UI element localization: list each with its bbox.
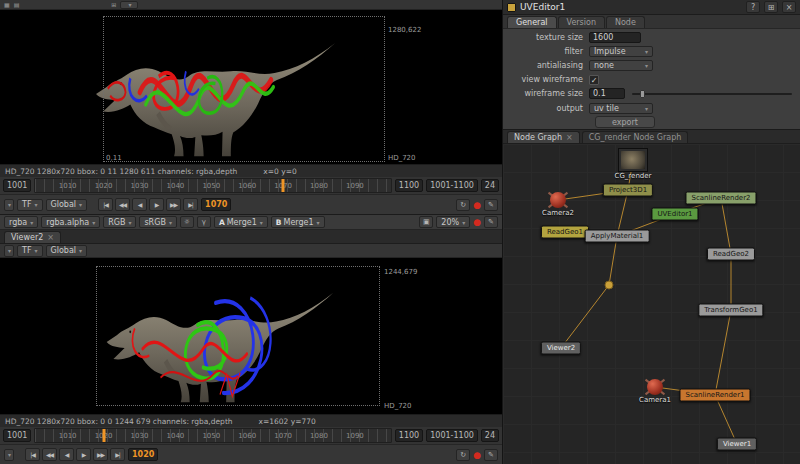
loop-mode-button[interactable]: ↻ xyxy=(456,199,470,211)
export-button[interactable]: export xyxy=(595,116,655,128)
timeline-mode-dropdown[interactable]: TF xyxy=(17,245,43,257)
node-project3d[interactable]: Project3D1 xyxy=(603,184,653,197)
tab-viewer2[interactable]: Viewer2 × xyxy=(4,231,61,243)
output-dropdown[interactable]: uv tile xyxy=(589,103,653,114)
buffer-a-dropdown[interactable]: AMerge1 xyxy=(214,216,268,228)
annotate-pencil-button[interactable]: ✎ xyxy=(484,199,498,211)
goto-start-button[interactable]: |◀ xyxy=(25,448,40,461)
node-color-swatch[interactable] xyxy=(507,3,516,12)
play-backward-button[interactable]: ◀◀ xyxy=(42,448,57,461)
playhead-marker[interactable] xyxy=(282,179,285,192)
node-camera2[interactable]: Camera2 xyxy=(550,192,566,208)
range-scope-dropdown[interactable]: Global xyxy=(46,199,88,211)
bbox-size-label: 1244,679 xyxy=(384,268,417,276)
layout-icon[interactable]: ▤ xyxy=(14,1,20,9)
node-scanline2[interactable]: ScanlineRender2 xyxy=(685,192,756,205)
status-info: HD_720 1280x720 bbox: 0 11 1280 611 chan… xyxy=(5,167,237,176)
antialiasing-dropdown[interactable]: none xyxy=(589,60,653,71)
step-forward-button[interactable]: ▶ xyxy=(149,198,164,211)
layer-dropdown[interactable]: rgba xyxy=(4,216,38,228)
view-wireframe-checkbox[interactable]: ✓ xyxy=(589,75,599,85)
play-forward-button[interactable]: ▶▶ xyxy=(166,198,181,211)
play-backward-button[interactable]: ◀◀ xyxy=(115,198,130,211)
float-panel-button[interactable]: ⊞ xyxy=(764,1,778,13)
frame-increment-dropdown[interactable] xyxy=(4,199,14,211)
node-readgeo2[interactable]: ReadGeo2 xyxy=(707,248,755,261)
output-row: output uv tile xyxy=(503,102,800,115)
goto-end-button[interactable]: ▶| xyxy=(110,448,125,461)
timeline-tick-label: 1010 xyxy=(59,182,77,190)
annotate-pencil-button[interactable]: ✎ xyxy=(484,449,498,461)
frame-slider[interactable]: 101010201030104010501060107010801090 xyxy=(34,178,391,193)
record-dot-icon[interactable]: ● xyxy=(473,199,481,211)
node-viewer2[interactable]: Viewer2 xyxy=(541,342,581,355)
tab-node-graph[interactable]: Node Graph × xyxy=(507,131,580,143)
playhead-marker[interactable] xyxy=(102,429,105,442)
step-back-button[interactable]: ◀ xyxy=(59,448,74,461)
timeline-mode-dropdown[interactable]: TF xyxy=(17,199,43,211)
current-frame-input[interactable]: 1070 xyxy=(201,198,231,211)
node-scanline1[interactable]: ScanlineRender1 xyxy=(679,389,750,402)
slider-handle[interactable] xyxy=(640,90,645,98)
gamma-icon[interactable]: γ xyxy=(197,216,211,228)
range-scope-dropdown[interactable]: Global xyxy=(46,245,88,257)
fps-input[interactable]: 24 xyxy=(481,429,499,442)
range-start-input[interactable]: 1001 xyxy=(3,429,31,442)
node-viewer1[interactable]: Viewer1 xyxy=(717,438,757,451)
viewer-layout-dropdown[interactable] xyxy=(120,1,138,9)
node-cg_render[interactable]: CG_render xyxy=(618,148,648,172)
viewer2-canvas[interactable]: 1244,679 HD_720 xyxy=(0,258,502,414)
tab-label: Node Graph xyxy=(514,133,562,142)
playback-range-input[interactable]: 1001-1100 xyxy=(426,179,478,192)
node-readgeo1[interactable]: ReadGeo1 xyxy=(541,226,589,239)
step-back-button[interactable]: ◀ xyxy=(132,198,147,211)
node-camera1[interactable]: Camera1 xyxy=(647,379,663,395)
expand-icon[interactable]: ⊞ xyxy=(111,1,116,9)
step-forward-button[interactable]: ▶ xyxy=(76,448,91,461)
frame-increment-dropdown[interactable] xyxy=(4,449,14,461)
current-frame-input[interactable]: 1020 xyxy=(128,448,158,461)
record-dot-icon[interactable]: ● xyxy=(473,449,481,461)
bbox-outline xyxy=(103,16,385,162)
gain-icon[interactable]: ☼ xyxy=(180,216,194,228)
play-forward-button[interactable]: ▶▶ xyxy=(93,448,108,461)
goto-end-button[interactable]: ▶| xyxy=(183,198,198,211)
loop-mode-button[interactable]: ↻ xyxy=(456,449,470,461)
range-end-input[interactable]: 1100 xyxy=(395,429,423,442)
zoom-dropdown[interactable]: 20% xyxy=(436,216,470,228)
wireframe-size-slider[interactable] xyxy=(632,93,792,95)
range-end-input[interactable]: 1100 xyxy=(395,179,423,192)
close-tab-icon[interactable]: × xyxy=(566,134,573,142)
tab-version[interactable]: Version xyxy=(558,16,605,28)
viewer-lut-dropdown[interactable]: sRGB xyxy=(139,216,176,228)
alpha-channel-dropdown[interactable]: rgba.alpha xyxy=(41,216,100,228)
viewer1-canvas[interactable]: 1280,622 0,11 HD_720 xyxy=(0,10,502,164)
frame-slider[interactable]: 101010201030104010501060107010801090 xyxy=(34,428,391,443)
help-button[interactable]: ? xyxy=(746,1,760,13)
filter-dropdown[interactable]: Impulse xyxy=(589,46,653,57)
node-applymat[interactable]: ApplyMaterial1 xyxy=(585,230,650,243)
node-dot1[interactable] xyxy=(605,281,614,290)
buffer-b-dropdown[interactable]: BMerge1 xyxy=(271,216,325,228)
tab-cg-render-node-graph[interactable]: CG_render Node Graph xyxy=(582,131,689,143)
tab-general[interactable]: General xyxy=(507,16,557,28)
display-channels-dropdown[interactable]: RGB xyxy=(103,216,136,228)
annotate-pencil-button[interactable]: ✎ xyxy=(484,216,498,228)
range-start-input[interactable]: 1001 xyxy=(3,179,31,192)
tab-node[interactable]: Node xyxy=(606,16,645,28)
roi-icon[interactable]: ▣ xyxy=(419,216,433,228)
goto-start-button[interactable]: |◀ xyxy=(98,198,113,211)
node-graph-canvas[interactable]: CG_renderProject3D1Camera2ReadGeo1ApplyM… xyxy=(503,144,800,464)
wireframe-size-input[interactable] xyxy=(589,88,625,99)
playback-range-input[interactable]: 1001-1100 xyxy=(426,429,478,442)
close-tab-icon[interactable]: × xyxy=(47,234,54,242)
close-properties-button[interactable]: × xyxy=(782,1,796,13)
grid-icon[interactable]: ▦ xyxy=(4,1,10,9)
fps-input[interactable]: 24 xyxy=(481,179,499,192)
node-transformgeo[interactable]: TransformGeo1 xyxy=(698,304,763,317)
node-uveditor[interactable]: UVEditor1 xyxy=(651,208,698,221)
antialiasing-value: none xyxy=(594,61,614,70)
record-dot-icon[interactable]: ● xyxy=(473,216,481,228)
frame-increment-dropdown[interactable] xyxy=(4,245,14,257)
texture-size-input[interactable] xyxy=(589,32,641,43)
